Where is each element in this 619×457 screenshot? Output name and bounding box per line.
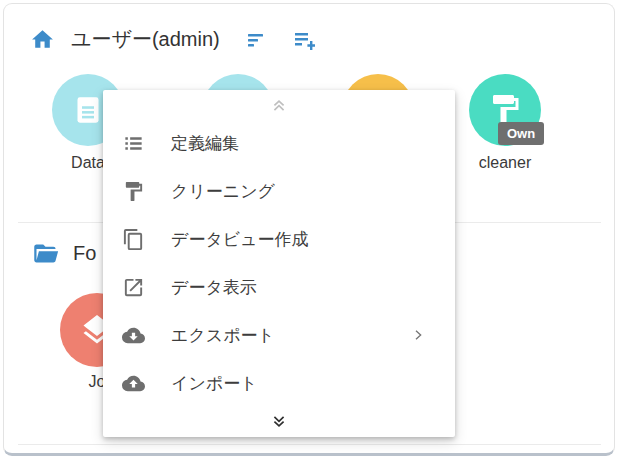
cloud-upload-icon [122,372,145,395]
chevron-right-icon [410,327,426,343]
copy-icon [122,228,145,251]
menu-item-label: インポート [171,372,437,395]
menu-item-label: エクスポート [171,324,410,347]
menu-item-label: クリーニング [171,180,437,203]
paint-roller-icon [122,180,145,203]
menu-item-show-data[interactable]: データ表示 [103,263,455,311]
menu-item-export[interactable]: エクスポート [103,311,455,359]
playlist-add-icon[interactable] [292,28,316,52]
folder-section-header: Fo [32,240,96,267]
list-icon [122,132,145,155]
own-badge: Own [498,122,544,145]
folder-section-title: Fo [73,242,96,265]
menu-scroll-down[interactable] [103,407,455,437]
menu-item-edit-definition[interactable]: 定義編集 [103,119,455,167]
context-menu: 定義編集 クリーニング データビュー作成 データ表示 エクスポート インポート [103,90,455,437]
menu-scroll-up[interactable] [103,90,455,119]
chevron-double-down-icon [268,411,290,433]
folder-open-icon[interactable] [32,240,59,267]
menu-item-label: データビュー作成 [171,228,437,251]
menu-item-cleaning[interactable]: クリーニング [103,167,455,215]
dataset-label: cleaner [445,154,565,172]
cloud-download-icon [122,324,145,347]
menu-item-create-dataview[interactable]: データビュー作成 [103,215,455,263]
bottom-divider [18,444,601,445]
home-icon[interactable] [30,27,55,52]
user-section-header: ユーザー(admin) [30,26,316,53]
menu-item-label: 定義編集 [171,132,437,155]
document-icon [70,92,106,128]
sort-icon[interactable] [244,28,268,52]
open-in-new-icon [122,276,145,299]
menu-item-import[interactable]: インポート [103,359,455,407]
user-section-title: ユーザー(admin) [71,26,220,53]
chevron-double-up-icon [268,94,290,116]
menu-item-label: データ表示 [171,276,437,299]
